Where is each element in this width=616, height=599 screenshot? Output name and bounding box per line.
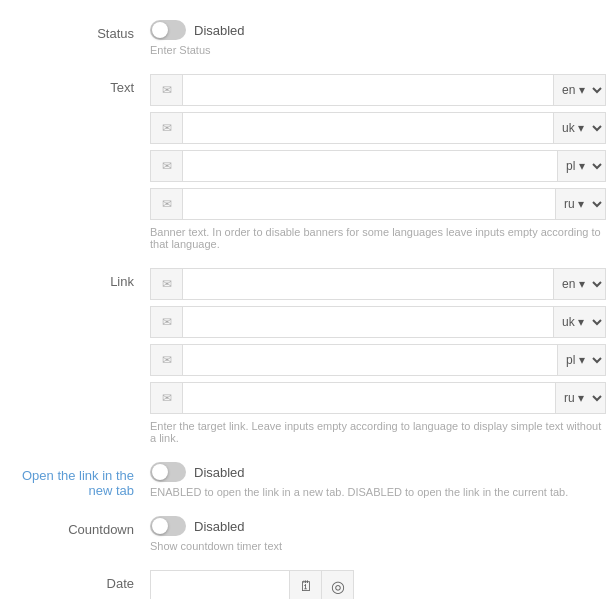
- open-link-toggle-wrapper: Disabled: [150, 462, 606, 482]
- date-input[interactable]: [150, 570, 290, 599]
- open-link-toggle-label: Disabled: [194, 465, 245, 480]
- link-mail-icon-pl: ✉: [150, 344, 182, 376]
- status-toggle-thumb: [152, 22, 168, 38]
- link-input-uk[interactable]: [182, 306, 553, 338]
- link-input-ru[interactable]: [182, 382, 555, 414]
- open-link-toggle[interactable]: [150, 462, 186, 482]
- link-lang-select-en[interactable]: en ▾ukplru: [553, 268, 606, 300]
- status-toggle-label: Disabled: [194, 23, 245, 38]
- text-help-text: Banner text. In order to disable banners…: [150, 226, 606, 250]
- text-lang-select-uk[interactable]: uk ▾enplru: [553, 112, 606, 144]
- text-mail-icon-ru: ✉: [150, 188, 182, 220]
- date-clear-button[interactable]: ◎: [322, 570, 354, 599]
- open-link-content: Disabled ENABLED to open the link in a n…: [150, 462, 606, 498]
- countdown-toggle[interactable]: [150, 516, 186, 536]
- link-row: Link ✉ en ▾ukplru ✉ uk ▾enplru ✉ pl ▾enu…: [10, 268, 606, 444]
- date-input-row: 🗓 ◎: [150, 570, 606, 599]
- link-input-row-ru: ✉ ru ▾enukpl: [150, 382, 606, 414]
- status-toggle[interactable]: [150, 20, 186, 40]
- countdown-row: Countdown Disabled Show countdown timer …: [10, 516, 606, 552]
- link-input-row-uk: ✉ uk ▾enplru: [150, 306, 606, 338]
- text-input-en[interactable]: [182, 74, 553, 106]
- text-mail-icon-pl: ✉: [150, 150, 182, 182]
- date-content: 🗓 ◎ Date end of the banner show. Leave e…: [150, 570, 606, 599]
- link-input-pl[interactable]: [182, 344, 557, 376]
- text-content: ✉ en ▾ukplru ✉ uk ▾enplru ✉ pl ▾enukru ✉: [150, 74, 606, 250]
- open-link-help-text: ENABLED to open the link in a new tab. D…: [150, 486, 606, 498]
- open-link-row: Open the link in the new tab Disabled EN…: [10, 462, 606, 498]
- open-link-toggle-thumb: [152, 464, 168, 480]
- status-toggle-track: [150, 20, 186, 40]
- countdown-label: Countdown: [10, 516, 150, 537]
- text-row: Text ✉ en ▾ukplru ✉ uk ▾enplru ✉ pl ▾enu…: [10, 74, 606, 250]
- text-input-row-uk: ✉ uk ▾enplru: [150, 112, 606, 144]
- status-label: Status: [10, 20, 150, 41]
- date-calendar-button[interactable]: 🗓: [290, 570, 322, 599]
- status-content: Disabled Enter Status: [150, 20, 606, 56]
- countdown-toggle-wrapper: Disabled: [150, 516, 606, 536]
- countdown-toggle-label: Disabled: [194, 519, 245, 534]
- text-input-row-pl: ✉ pl ▾enukru: [150, 150, 606, 182]
- open-link-label: Open the link in the new tab: [10, 462, 150, 498]
- status-help-text: Enter Status: [150, 44, 606, 56]
- date-row: Date 🗓 ◎ Date end of the banner show. Le…: [10, 570, 606, 599]
- text-lang-select-ru[interactable]: ru ▾enukpl: [555, 188, 606, 220]
- text-input-uk[interactable]: [182, 112, 553, 144]
- date-label: Date: [10, 570, 150, 591]
- countdown-help-text: Show countdown timer text: [150, 540, 606, 552]
- text-label: Text: [10, 74, 150, 95]
- link-lang-select-ru[interactable]: ru ▾enukpl: [555, 382, 606, 414]
- link-mail-icon-uk: ✉: [150, 306, 182, 338]
- link-help-text: Enter the target link. Leave inputs empt…: [150, 420, 606, 444]
- status-row: Status Disabled Enter Status: [10, 20, 606, 56]
- countdown-toggle-track: [150, 516, 186, 536]
- link-input-row-en: ✉ en ▾ukplru: [150, 268, 606, 300]
- text-input-row-en: ✉ en ▾ukplru: [150, 74, 606, 106]
- text-input-ru[interactable]: [182, 188, 555, 220]
- link-lang-select-uk[interactable]: uk ▾enplru: [553, 306, 606, 338]
- text-lang-select-pl[interactable]: pl ▾enukru: [557, 150, 606, 182]
- status-toggle-wrapper: Disabled: [150, 20, 606, 40]
- countdown-content: Disabled Show countdown timer text: [150, 516, 606, 552]
- link-input-row-pl: ✉ pl ▾enukru: [150, 344, 606, 376]
- text-mail-icon-en: ✉: [150, 74, 182, 106]
- link-input-en[interactable]: [182, 268, 553, 300]
- text-input-row-ru: ✉ ru ▾enukpl: [150, 188, 606, 220]
- link-lang-select-pl[interactable]: pl ▾enukru: [557, 344, 606, 376]
- countdown-toggle-thumb: [152, 518, 168, 534]
- link-mail-icon-en: ✉: [150, 268, 182, 300]
- link-content: ✉ en ▾ukplru ✉ uk ▾enplru ✉ pl ▾enukru ✉: [150, 268, 606, 444]
- open-link-toggle-track: [150, 462, 186, 482]
- text-lang-select-en[interactable]: en ▾ukplru: [553, 74, 606, 106]
- text-input-pl[interactable]: [182, 150, 557, 182]
- link-mail-icon-ru: ✉: [150, 382, 182, 414]
- text-mail-icon-uk: ✉: [150, 112, 182, 144]
- link-label: Link: [10, 268, 150, 289]
